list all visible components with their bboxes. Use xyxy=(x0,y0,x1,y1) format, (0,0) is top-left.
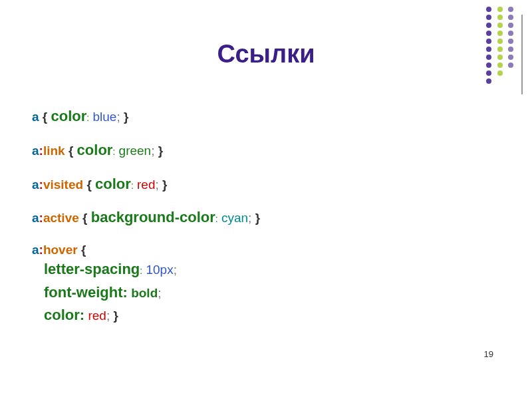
value: cyan xyxy=(221,211,248,225)
css-rule: a:visited { color: red; } xyxy=(32,174,260,195)
brace-open: { xyxy=(43,110,47,124)
selector: a xyxy=(32,110,39,124)
colon-icon: : xyxy=(215,213,218,224)
colon-icon: : xyxy=(131,180,134,191)
colon-icon: : xyxy=(112,146,115,157)
brace-open: { xyxy=(86,178,91,192)
pseudo-class: visited xyxy=(43,178,83,192)
selector: a xyxy=(32,178,39,192)
brace-open: { xyxy=(81,243,86,257)
value: red xyxy=(88,309,106,323)
brace-open: { xyxy=(82,211,87,225)
brace-close: } xyxy=(113,309,118,323)
colon-icon: : xyxy=(86,112,89,123)
property: letter-spacing xyxy=(44,261,140,277)
value: green xyxy=(119,144,152,158)
pseudo-class: link xyxy=(43,144,65,158)
property: color xyxy=(95,176,131,192)
semicolon-icon: ; xyxy=(156,178,159,192)
value: bold xyxy=(131,286,158,300)
property: color: xyxy=(44,307,84,323)
colon-icon: : xyxy=(140,265,142,276)
css-rule: a:link { color: green; } xyxy=(32,140,260,161)
css-rule: a { color: blue; } xyxy=(32,106,260,127)
selector: a xyxy=(32,243,39,257)
semicolon-icon: ; xyxy=(248,211,251,225)
selector: a xyxy=(32,144,39,158)
pseudo-class: active xyxy=(43,211,79,225)
property: font-weight: xyxy=(44,284,128,301)
semicolon-icon: ; xyxy=(106,309,110,323)
semicolon-icon: ; xyxy=(174,263,177,277)
brace-close: } xyxy=(158,144,163,158)
semicolon-icon: ; xyxy=(116,110,120,124)
semicolon-icon: ; xyxy=(151,144,154,158)
property: color xyxy=(51,108,87,124)
slide-title: Ссылки xyxy=(0,40,532,68)
css-rule: a:active { background-color: cyan; } xyxy=(32,207,260,228)
selector: a xyxy=(32,211,39,225)
value: red xyxy=(137,178,155,192)
page-number: 19 xyxy=(484,349,493,359)
css-code-block: a { color: blue; } a:link { color: green… xyxy=(32,106,260,329)
brace-close: } xyxy=(255,211,260,225)
semicolon-icon: ; xyxy=(158,286,161,300)
brace-open: { xyxy=(68,144,73,158)
value: 10px xyxy=(146,263,173,277)
pseudo-class: hover xyxy=(43,243,78,257)
css-rule: a:hover { letter-spacing: 10px; font-wei… xyxy=(32,241,260,326)
brace-close: } xyxy=(162,178,167,192)
brace-close: } xyxy=(124,110,128,124)
value: blue xyxy=(93,110,117,124)
property: background-color xyxy=(91,209,215,225)
property: color xyxy=(77,142,113,158)
